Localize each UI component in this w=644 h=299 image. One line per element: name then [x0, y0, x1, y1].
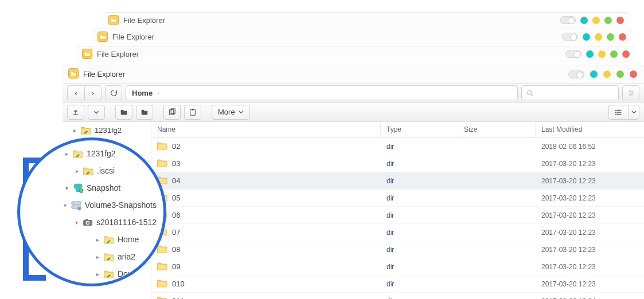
- breadcrumb[interactable]: Home ›: [126, 85, 518, 100]
- twisty-icon[interactable]: ▸: [95, 237, 100, 243]
- view-dropdown-button[interactable]: [628, 105, 639, 120]
- tree-item[interactable]: ▸aria2: [17, 248, 159, 265]
- table-row[interactable]: 04dir2017-03-20 12:23: [151, 172, 644, 190]
- min-button[interactable]: [592, 17, 600, 24]
- file-name: 07: [172, 228, 180, 237]
- max-button[interactable]: [586, 50, 594, 58]
- file-name: 04: [172, 176, 180, 185]
- file-name: 08: [172, 245, 180, 254]
- expand-button[interactable]: [616, 70, 624, 78]
- close-button[interactable]: [616, 17, 624, 24]
- file-type: dir: [381, 263, 458, 271]
- table-row[interactable]: 010dir2017-03-20 12:23: [151, 276, 644, 293]
- folder-shared-icon: [104, 269, 114, 279]
- expand-button[interactable]: [607, 33, 614, 41]
- file-modified: 2018-02-06 16:52: [536, 143, 644, 151]
- table-row[interactable]: 011dir2017-03-20 12:24: [151, 293, 644, 299]
- tree-label: s20181116-1512: [96, 218, 157, 227]
- tree-item[interactable]: ▾Volume3-Snapshots: [17, 196, 159, 214]
- close-button[interactable]: [630, 70, 637, 78]
- list-view-button[interactable]: [608, 105, 628, 120]
- folder-icon: [157, 261, 167, 273]
- close-button[interactable]: [619, 33, 626, 41]
- pin-toggle[interactable]: [560, 16, 576, 24]
- tree-label: Volume3-Snapshots: [85, 200, 157, 210]
- paste-button[interactable]: [184, 105, 201, 120]
- nav-forward-button[interactable]: ›: [84, 85, 102, 100]
- nav-back-button[interactable]: ‹: [67, 85, 84, 100]
- tree-item[interactable]: ▸Home: [17, 231, 159, 248]
- folder-icon: [157, 140, 167, 152]
- svg-rect-18: [121, 111, 127, 115]
- file-modified: 2017-03-20 12:23: [536, 229, 644, 237]
- refresh-button[interactable]: [105, 85, 122, 100]
- table-row[interactable]: 08dir2017-03-20 12:23: [151, 241, 644, 258]
- table-row[interactable]: 03dir2017-03-20 12:23: [151, 155, 644, 172]
- twisty-icon[interactable]: ▸: [64, 151, 69, 157]
- col-size[interactable]: Size: [458, 122, 536, 137]
- search-box[interactable]: [521, 85, 619, 100]
- tree-item[interactable]: ▾s20181116-1512: [17, 214, 159, 231]
- new-folder-button[interactable]: [115, 105, 132, 120]
- tree-item[interactable]: ▸1231fg2: [63, 122, 151, 138]
- twisty-icon[interactable]: ▸: [95, 254, 100, 260]
- tree-item[interactable]: ▾Snapshot: [17, 179, 159, 196]
- pin-toggle[interactable]: [562, 33, 578, 41]
- file-name: 03: [172, 159, 180, 168]
- folder-shared-icon: [81, 125, 91, 135]
- tree-item[interactable]: ▸.iscsi: [17, 162, 159, 179]
- col-name[interactable]: Name: [151, 122, 381, 137]
- file-type: dir: [381, 143, 458, 151]
- breadcrumb-root[interactable]: Home: [132, 89, 153, 97]
- twisty-icon[interactable]: ▸: [95, 271, 100, 277]
- caret-button[interactable]: [88, 105, 105, 120]
- search-input[interactable]: [533, 89, 614, 97]
- file-name: 011: [172, 297, 185, 299]
- svg-point-17: [630, 94, 631, 95]
- svg-rect-20: [142, 111, 148, 115]
- col-type[interactable]: Type: [381, 122, 458, 137]
- table-row[interactable]: 05dir2017-03-20 12:23: [151, 190, 644, 207]
- more-label: More: [218, 108, 235, 116]
- expand-button[interactable]: [610, 50, 618, 58]
- file-type: dir: [381, 229, 458, 237]
- new-folder-plus-button[interactable]: [136, 105, 153, 120]
- max-button[interactable]: [580, 17, 588, 24]
- svg-point-16: [631, 92, 632, 93]
- min-button[interactable]: [603, 70, 611, 78]
- more-dropdown[interactable]: More: [212, 105, 250, 120]
- table-row[interactable]: 06dir2017-03-20 12:23: [151, 207, 644, 224]
- min-button[interactable]: [595, 33, 602, 41]
- window-title: File Explorer: [112, 33, 154, 41]
- table-row[interactable]: 02dir2018-02-06 16:52: [151, 138, 644, 155]
- file-modified: 2017-03-20 12:23: [536, 263, 644, 271]
- file-type: dir: [381, 211, 458, 219]
- max-button[interactable]: [590, 70, 598, 78]
- close-button[interactable]: [622, 50, 630, 58]
- copy-button[interactable]: [163, 105, 181, 120]
- twisty-icon[interactable]: ▸: [72, 127, 77, 133]
- folder-chip-icon: [97, 32, 108, 42]
- twisty-icon[interactable]: ▸: [74, 168, 80, 174]
- titlebar: File Explorer: [63, 65, 644, 83]
- pin-toggle[interactable]: [568, 70, 584, 78]
- tree-label: aria2: [118, 252, 135, 261]
- min-button[interactable]: [598, 50, 606, 58]
- table-row[interactable]: 09dir2017-03-20 12:23: [151, 258, 644, 276]
- upload-button[interactable]: [67, 105, 84, 120]
- twisty-icon[interactable]: ▾: [74, 219, 79, 226]
- filter-button[interactable]: [622, 85, 639, 100]
- twisty-icon[interactable]: ▾: [64, 185, 69, 191]
- snapshot-icon: [73, 183, 83, 193]
- stacked-window-bar: File Explorer: [103, 12, 630, 28]
- svg-point-27: [615, 112, 616, 113]
- table-row[interactable]: 07dir2017-03-20 12:23: [151, 224, 644, 241]
- action-toolbar: More: [63, 103, 644, 122]
- pin-toggle[interactable]: [565, 50, 581, 58]
- twisty-icon[interactable]: ▾: [63, 202, 68, 208]
- col-modified[interactable]: Last Modified: [536, 122, 644, 137]
- file-modified: 2017-03-20 12:23: [536, 160, 644, 168]
- max-button[interactable]: [583, 33, 590, 41]
- file-modified: 2017-03-20 12:23: [536, 194, 644, 202]
- expand-button[interactable]: [604, 17, 612, 24]
